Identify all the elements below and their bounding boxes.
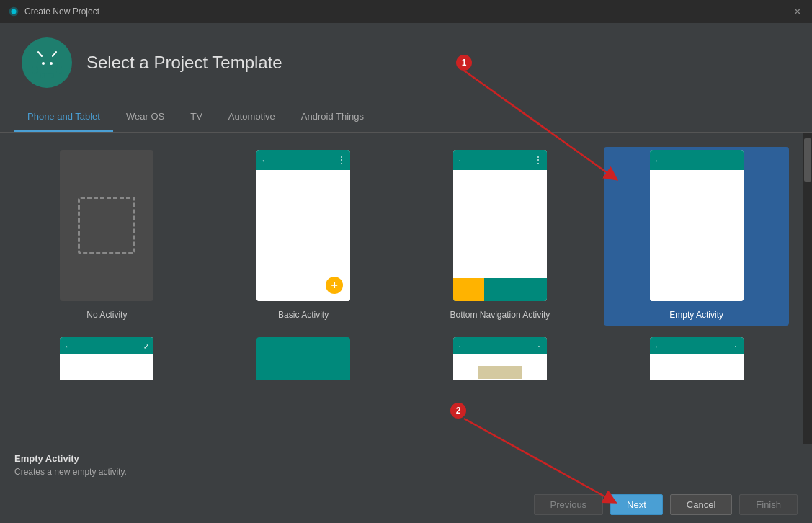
- basic-activity-content: +: [256, 170, 350, 301]
- cancel-button[interactable]: Cancel: [670, 494, 732, 515]
- bottom-nav-content: [453, 170, 547, 278]
- svg-line-5: [38, 52, 42, 56]
- template-bottom-nav[interactable]: ← ⋮ Bottom Navigation Activity: [408, 147, 593, 326]
- tab-automotive[interactable]: Automotive: [215, 102, 288, 132]
- content-area: No Activity ← ⋮ +: [0, 133, 812, 444]
- tab-wear-os[interactable]: Wear OS: [113, 102, 177, 132]
- template-no-activity-label: No Activity: [81, 307, 133, 323]
- back-arrow-icon-3: ←: [654, 156, 661, 164]
- template-row2-2[interactable]: [211, 334, 396, 383]
- previous-button[interactable]: Previous: [534, 494, 604, 515]
- fullscreen-content: [60, 354, 153, 380]
- scrollbar-thumb[interactable]: [804, 138, 811, 182]
- svg-rect-11: [50, 73, 54, 78]
- template-empty-activity[interactable]: ← Empty Activity: [604, 147, 789, 326]
- tab-bar: Phone and Tablet Wear OS TV Automotive A…: [0, 102, 812, 133]
- menu-dots-icon-4: ⋮: [732, 342, 739, 350]
- svg-line-6: [53, 52, 56, 56]
- bottom-info-title: Empty Activity: [14, 453, 798, 464]
- empty-activity-content: [650, 170, 744, 301]
- template-no-activity-preview: [60, 150, 153, 301]
- title-bar-text: Create New Project: [24, 6, 99, 17]
- fullscreen-topbar: ← ⤢: [60, 337, 153, 354]
- template3-content: [453, 354, 547, 380]
- android-studio-icon: [9, 6, 19, 17]
- template-empty-activity-preview: ←: [650, 150, 744, 301]
- finish-button[interactable]: Finish: [739, 494, 798, 515]
- title-bar: Create New Project ✕: [0, 0, 812, 23]
- tab-tv[interactable]: TV: [177, 102, 215, 132]
- header: Select a Project Template: [0, 23, 812, 102]
- tab-phone-tablet[interactable]: Phone and Tablet: [14, 102, 113, 132]
- template-basic-activity-preview: ← ⋮ +: [256, 150, 350, 301]
- template-row2-2-preview: [256, 337, 350, 380]
- resize-icon: ⤢: [143, 342, 149, 350]
- bottom-nav-item-2: [484, 278, 515, 301]
- templates-container[interactable]: No Activity ← ⋮ +: [0, 133, 803, 444]
- template-basic-activity[interactable]: ← ⋮ + Basic Activity: [211, 147, 396, 326]
- no-activity-dashed-box: [78, 197, 135, 254]
- template-bottom-nav-preview: ← ⋮: [453, 150, 547, 301]
- svg-point-3: [42, 62, 45, 65]
- svg-point-1: [12, 9, 17, 14]
- template3-content-bar: [478, 366, 522, 379]
- template-row2-4[interactable]: ← ⋮: [604, 334, 789, 383]
- svg-point-4: [50, 62, 53, 65]
- template-row2-4-preview: ← ⋮: [650, 337, 744, 380]
- bottom-nav-item-3: [516, 278, 547, 301]
- template-empty-activity-label: Empty Activity: [647, 307, 746, 323]
- title-bar-left: Create New Project: [9, 6, 99, 17]
- android-logo: [22, 37, 72, 88]
- tab-android-things[interactable]: Android Things: [288, 102, 377, 132]
- footer: Previous Next Cancel Finish: [0, 486, 812, 523]
- svg-rect-7: [37, 68, 57, 73]
- menu-dots-icon-2: ⋮: [534, 155, 543, 165]
- main-content: Phone and Tablet Wear OS TV Automotive A…: [0, 102, 812, 523]
- empty-activity-topbar: ←: [650, 150, 744, 170]
- template4-topbar: ← ⋮: [650, 337, 744, 354]
- back-arrow-icon-5: ←: [458, 342, 465, 350]
- template-fullscreen-preview: ← ⤢: [60, 337, 153, 380]
- back-arrow-icon-4: ←: [64, 342, 71, 350]
- template-row2-3-preview: ← ⋮: [453, 337, 547, 380]
- back-arrow-icon: ←: [261, 156, 268, 164]
- templates-row2: ← ⤢ ← ⋮: [14, 334, 789, 383]
- close-icon[interactable]: ✕: [793, 6, 803, 17]
- template-fullscreen[interactable]: ← ⤢: [14, 334, 200, 383]
- template-bottom-nav-label: Bottom Navigation Activity: [445, 307, 556, 323]
- bottom-navigation-bar: [453, 278, 547, 301]
- back-arrow-icon-2: ←: [458, 156, 465, 164]
- bottom-nav-item-1: [453, 278, 484, 301]
- template3-topbar: ← ⋮: [453, 337, 547, 354]
- svg-rect-10: [40, 73, 45, 78]
- svg-rect-8: [32, 66, 37, 74]
- page-title: Select a Project Template: [86, 53, 282, 73]
- template-row2-3[interactable]: ← ⋮: [408, 334, 593, 383]
- bottom-nav-topbar: ← ⋮: [453, 150, 547, 170]
- template-basic-activity-label: Basic Activity: [272, 307, 334, 323]
- menu-dots-icon: ⋮: [337, 155, 346, 165]
- templates-grid: No Activity ← ⋮ +: [14, 147, 789, 326]
- template-no-activity[interactable]: No Activity: [14, 147, 200, 326]
- back-arrow-icon-6: ←: [654, 342, 661, 350]
- template4-content: [650, 354, 744, 380]
- fab-button: +: [326, 277, 343, 294]
- menu-dots-icon-3: ⋮: [535, 342, 543, 350]
- scrollbar-track[interactable]: [803, 133, 812, 444]
- android-icon: [31, 46, 63, 79]
- next-button[interactable]: Next: [610, 494, 663, 515]
- bottom-info-panel: Empty Activity Creates a new empty activ…: [0, 444, 812, 486]
- bottom-info-desc: Creates a new empty activity.: [14, 467, 798, 477]
- basic-activity-topbar: ← ⋮: [256, 150, 350, 170]
- svg-rect-9: [58, 66, 62, 74]
